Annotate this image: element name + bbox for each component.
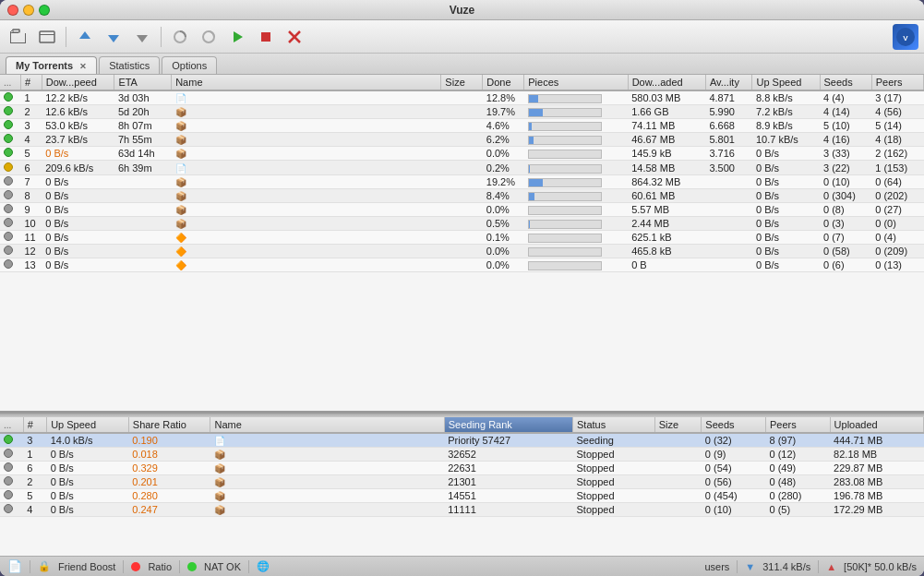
row-dots (0, 258, 20, 272)
upper-table-row[interactable]: 9 0 B/s 📦 0.0% 5.57 MB 0 B/s 0 (8) 0 (27… (0, 202, 924, 216)
row-icon: 📦 (172, 133, 441, 147)
refresh-button[interactable] (167, 24, 193, 50)
lower-row-size (654, 448, 702, 462)
row-down-speed: 0 B/s (42, 230, 114, 244)
upper-pane[interactable]: ... # Dow...peed ETA Name Size Done Piec… (0, 75, 924, 414)
row-downloaded: 2.44 MB (628, 216, 705, 230)
tab-statistics[interactable]: Statistics (99, 56, 160, 74)
upper-table-row[interactable]: 11 0 B/s 🔶 0.1% 625.1 kB 0 B/s 0 (7) 0 (… (0, 230, 924, 244)
row-done: 0.0% (483, 258, 524, 272)
upper-table-row[interactable]: 13 0 B/s 🔶 0.0% 0 B 0 B/s 0 (6) 0 (13) (0, 258, 924, 272)
lower-table-row[interactable]: 2 0 B/s 0.201 📦 21301 Stopped 0 (56) 0 (… (0, 475, 924, 489)
col-up-speed[interactable]: Up Speed (752, 75, 820, 90)
row-dots (0, 188, 20, 202)
lower-row-uploaded: 229.87 MB (830, 462, 923, 475)
lower-row-uploaded: 82.18 MB (830, 448, 923, 462)
lower-col-peers[interactable]: Peers (765, 417, 830, 433)
lower-row-icon: 📦 (210, 462, 444, 475)
close-button[interactable] (7, 5, 18, 16)
lower-col-seeding-rank[interactable]: Seeding Rank (444, 417, 572, 433)
lower-table-row[interactable]: 1 0 B/s 0.018 📦 32652 Stopped 0 (9) 0 (1… (0, 448, 924, 462)
upper-table-row[interactable]: 6 209.6 kB/s 6h 39m 📄 0.2% 14.58 MB 3.50… (0, 161, 924, 174)
lower-row-share-ratio: 0.280 (128, 489, 210, 503)
open-url-button[interactable] (34, 24, 60, 50)
remove-button[interactable] (282, 24, 307, 50)
row-dots (0, 90, 20, 105)
row-pieces (524, 202, 628, 216)
filter-button[interactable] (129, 24, 155, 50)
start-button[interactable] (224, 24, 250, 50)
lower-pane[interactable]: ... # Up Speed Share Ratio Name Seeding … (0, 417, 924, 556)
lower-col-size[interactable]: Size (654, 417, 702, 433)
row-availability: 4.871 (705, 90, 752, 105)
upper-table-row[interactable]: 1 12.2 kB/s 3d 03h 📄 12.8% 580.03 MB 4.8… (0, 90, 924, 105)
row-done: 12.8% (483, 90, 524, 105)
svg-marker-9 (137, 35, 148, 42)
col-availability[interactable]: Av...ity (705, 75, 752, 90)
col-peers[interactable]: Peers (871, 75, 923, 90)
row-up-speed: 0 B/s (752, 147, 820, 161)
maximize-button[interactable] (39, 5, 50, 16)
friend-boost-icon: 🔒 (38, 560, 51, 572)
upper-table-row[interactable]: 5 0 B/s 63d 14h 📦 0.0% 145.9 kB 3.716 0 … (0, 147, 924, 161)
lower-row-size (654, 503, 702, 517)
col-num[interactable]: # (20, 75, 42, 90)
move-up-button[interactable] (72, 24, 98, 50)
row-pieces (524, 161, 628, 174)
lower-row-up-speed: 0 B/s (47, 489, 129, 503)
row-down-speed: 0 B/s (42, 258, 114, 272)
row-seeds: 0 (6) (820, 258, 871, 272)
col-down-speed[interactable]: Dow...peed (42, 75, 114, 90)
col-size[interactable]: Size (441, 75, 483, 90)
lower-col-dots[interactable]: ... (0, 417, 23, 433)
row-num: 11 (20, 230, 42, 244)
stop-button[interactable] (253, 24, 279, 50)
col-done[interactable]: Done (483, 75, 524, 90)
col-seeds[interactable]: Seeds (820, 75, 871, 90)
tab-close-icon[interactable]: ✕ (79, 62, 87, 71)
lower-table-row[interactable]: 6 0 B/s 0.329 📦 22631 Stopped 0 (54) 0 (… (0, 462, 924, 475)
lower-table-row[interactable]: 3 14.0 kB/s 0.190 📄 Priority 57427 Seedi… (0, 433, 924, 448)
users-text: users (704, 561, 729, 572)
row-eta: 5d 20h (114, 105, 172, 119)
open-file-button[interactable] (6, 24, 31, 50)
recheck-button[interactable] (196, 24, 222, 50)
row-done: 4.6% (483, 119, 524, 133)
lower-row-status: Seeding (573, 433, 655, 448)
row-up-speed: 0 B/s (752, 202, 820, 216)
row-availability: 3.716 (705, 147, 752, 161)
lower-col-name[interactable]: Name (210, 417, 444, 433)
col-dots[interactable]: ... (0, 75, 20, 90)
row-icon: 📦 (172, 105, 441, 119)
upper-table-row[interactable]: 8 0 B/s 📦 8.4% 60.61 MB 0 B/s 0 (304) 0 … (0, 188, 924, 202)
col-pieces[interactable]: Pieces (524, 75, 628, 90)
upper-table-row[interactable]: 7 0 B/s 📦 19.2% 864.32 MB 0 B/s 0 (10) 0… (0, 174, 924, 188)
upper-table-row[interactable]: 3 53.0 kB/s 8h 07m 📦 4.6% 74.11 MB 6.668… (0, 119, 924, 133)
tab-options[interactable]: Options (162, 56, 217, 74)
upper-table-row[interactable]: 12 0 B/s 🔶 0.0% 465.8 kB 0 B/s 0 (58) 0 … (0, 245, 924, 258)
minimize-button[interactable] (23, 5, 34, 16)
down-arrow-icon: ▼ (745, 561, 755, 572)
row-up-speed: 8.9 kB/s (752, 119, 820, 133)
move-down-button[interactable] (101, 24, 126, 50)
col-downloaded[interactable]: Dow...aded (628, 75, 705, 90)
lower-col-num[interactable]: # (23, 417, 46, 433)
lower-col-uploaded[interactable]: Uploaded (830, 417, 923, 433)
lower-table-row[interactable]: 4 0 B/s 0.247 📦 11111 Stopped 0 (10) 0 (… (0, 503, 924, 517)
lower-col-up-speed[interactable]: Up Speed (47, 417, 129, 433)
lower-col-share-ratio[interactable]: Share Ratio (128, 417, 210, 433)
lower-table-row[interactable]: 5 0 B/s 0.280 📦 14551 Stopped 0 (454) 0 … (0, 489, 924, 503)
lower-col-status[interactable]: Status (573, 417, 655, 433)
upper-table-row[interactable]: 4 23.7 kB/s 7h 55m 📦 6.2% 46.67 MB 5.801… (0, 133, 924, 147)
upper-table-row[interactable]: 10 0 B/s 📦 0.5% 2.44 MB 0 B/s 0 (3) 0 (0… (0, 216, 924, 230)
row-availability (705, 245, 752, 258)
lower-col-seeds[interactable]: Seeds (702, 417, 766, 433)
row-seeds: 0 (3) (820, 216, 871, 230)
row-downloaded: 46.67 MB (628, 133, 705, 147)
tab-my-torrents[interactable]: My Torrents ✕ (6, 56, 97, 74)
col-name[interactable]: Name (172, 75, 441, 90)
row-down-speed: 0 B/s (42, 188, 114, 202)
col-eta[interactable]: ETA (114, 75, 172, 90)
lower-row-share-ratio: 0.329 (128, 462, 210, 475)
upper-table-row[interactable]: 2 12.6 kB/s 5d 20h 📦 19.7% 1.66 GB 5.990… (0, 105, 924, 119)
